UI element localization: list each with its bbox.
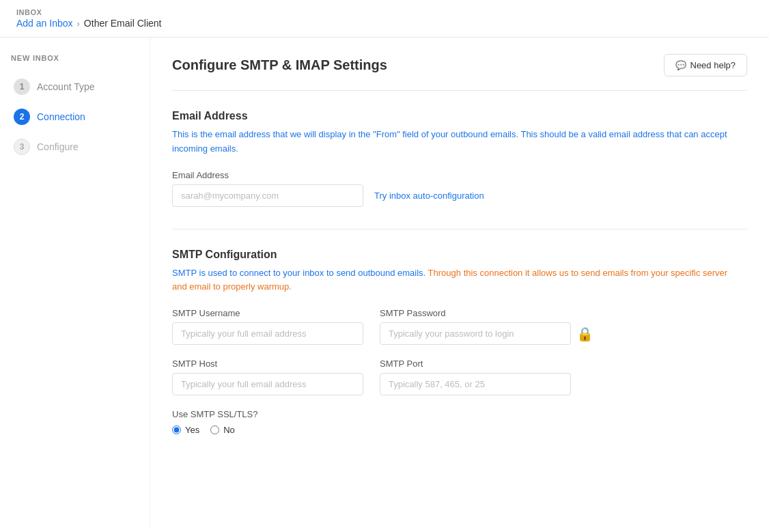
ssl-yes-option[interactable]: Yes (172, 425, 199, 435)
email-address-section: Email Address This is the email address … (172, 110, 747, 207)
smtp-divider (172, 229, 747, 229)
smtp-username-label: SMTP Username (172, 308, 363, 318)
smtp-ssl-label: Use SMTP SSL/TLS? (172, 409, 747, 419)
step-circle-1: 1 (14, 79, 30, 95)
email-address-section-title: Email Address (172, 110, 747, 122)
smtp-section: SMTP Configuration SMTP is used to conne… (172, 249, 747, 436)
help-button[interactable]: 💬 Need help? (664, 54, 748, 76)
smtp-password-input[interactable] (380, 322, 571, 345)
smtp-username-input[interactable] (172, 322, 363, 345)
help-icon: 💬 (675, 60, 686, 70)
auto-config-link[interactable]: Try inbox auto-configuration (374, 191, 484, 201)
main-content: Configure SMTP & IMAP Settings 💬 Need he… (150, 38, 769, 529)
breadcrumb-current: Other Email Client (84, 18, 162, 29)
sidebar-item-label-configure: Configure (37, 141, 79, 152)
sidebar: NEW INBOX 1 Account Type 2 Connection 3 … (0, 38, 150, 529)
smtp-ssl-group: Use SMTP SSL/TLS? Yes No (172, 409, 747, 435)
sidebar-item-label-connection: Connection (37, 111, 85, 122)
smtp-section-title: SMTP Configuration (172, 249, 747, 261)
sidebar-item-connection[interactable]: 2 Connection (11, 103, 139, 130)
breadcrumb: Add an Inbox › Other Email Client (16, 18, 753, 29)
lock-icon: 🔒 (576, 326, 593, 342)
smtp-port-group: SMTP Port (380, 359, 571, 395)
header-divider (172, 90, 747, 91)
smtp-ssl-radio-group: Yes No (172, 425, 747, 435)
ssl-yes-label: Yes (185, 425, 199, 435)
ssl-yes-radio[interactable] (172, 425, 181, 434)
top-header: INBOX Add an Inbox › Other Email Client (0, 0, 769, 38)
help-button-label: Need help? (690, 60, 736, 70)
smtp-password-group: SMTP Password 🔒 (380, 308, 593, 345)
sidebar-item-label-account-type: Account Type (37, 81, 95, 92)
smtp-credentials-row: SMTP Username SMTP Password 🔒 (172, 308, 747, 345)
sidebar-section-label: NEW INBOX (11, 54, 139, 62)
breadcrumb-chevron: › (77, 18, 80, 29)
smtp-section-desc: SMTP is used to connect to your inbox to… (172, 266, 732, 295)
step-circle-3: 3 (14, 139, 30, 155)
ssl-no-label: No (223, 425, 235, 435)
smtp-password-label: SMTP Password (380, 308, 593, 318)
email-address-field-group: Email Address Try inbox auto-configurati… (172, 170, 747, 207)
breadcrumb-link[interactable]: Add an Inbox (16, 18, 73, 29)
email-address-section-desc: This is the email address that we will d… (172, 128, 732, 156)
smtp-host-label: SMTP Host (172, 359, 363, 369)
layout: NEW INBOX 1 Account Type 2 Connection 3 … (0, 38, 769, 529)
smtp-host-port-row: SMTP Host SMTP Port (172, 359, 747, 395)
email-address-label: Email Address (172, 170, 747, 180)
email-address-input[interactable] (172, 184, 363, 207)
step-circle-2: 2 (14, 109, 30, 125)
sidebar-item-account-type[interactable]: 1 Account Type (11, 73, 139, 100)
smtp-host-input[interactable] (172, 373, 363, 395)
email-address-row: Try inbox auto-configuration (172, 184, 747, 207)
page-header: Configure SMTP & IMAP Settings 💬 Need he… (172, 54, 747, 76)
ssl-no-radio[interactable] (210, 425, 219, 434)
smtp-port-input[interactable] (380, 373, 571, 395)
page-title: Configure SMTP & IMAP Settings (172, 57, 387, 73)
smtp-desc-blue: SMTP is used to connect to your inbox to… (172, 268, 425, 278)
ssl-no-option[interactable]: No (210, 425, 235, 435)
smtp-host-group: SMTP Host (172, 359, 363, 395)
smtp-port-label: SMTP Port (380, 359, 571, 369)
inbox-label: INBOX (16, 8, 753, 16)
smtp-username-group: SMTP Username (172, 308, 363, 345)
sidebar-item-configure[interactable]: 3 Configure (11, 133, 139, 160)
smtp-password-wrapper: 🔒 (380, 322, 593, 345)
